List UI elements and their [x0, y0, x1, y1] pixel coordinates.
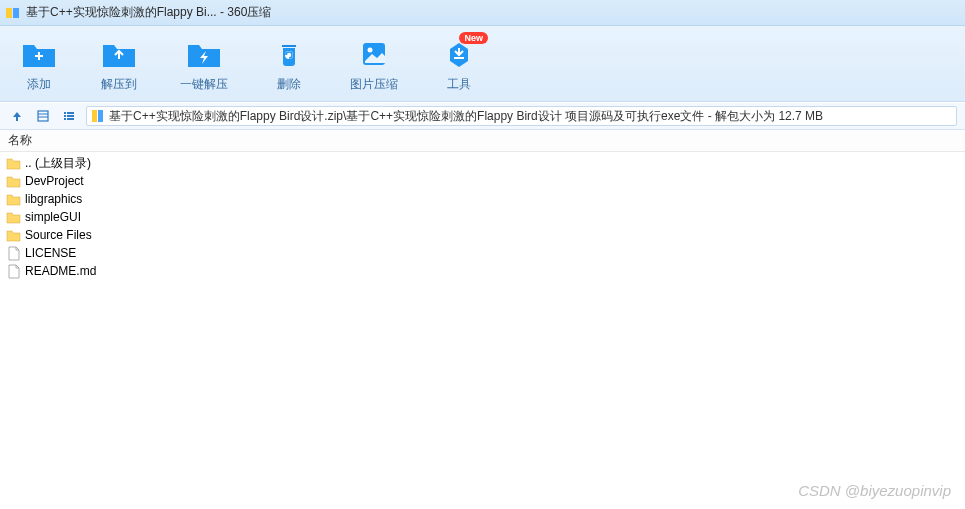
pathbar: 基于C++实现惊险刺激的Flappy Bird设计.zip\基于C++实现惊险刺… — [0, 102, 965, 130]
svg-rect-11 — [64, 112, 66, 114]
one-click-extract-icon — [186, 38, 222, 70]
extract-to-label: 解压到 — [101, 76, 137, 93]
one-click-extract-button[interactable]: 一键解压 — [180, 38, 228, 93]
add-button[interactable]: 添加 — [20, 38, 58, 93]
extract-to-icon — [101, 38, 137, 70]
tools-label: 工具 — [447, 76, 471, 93]
svg-rect-12 — [67, 112, 74, 114]
svg-rect-8 — [38, 111, 48, 121]
path-input[interactable]: 基于C++实现惊险刺激的Flappy Bird设计.zip\基于C++实现惊险刺… — [86, 106, 957, 126]
path-text: 基于C++实现惊险刺激的Flappy Bird设计.zip\基于C++实现惊险刺… — [109, 108, 823, 125]
svg-rect-17 — [92, 110, 97, 122]
list-item[interactable]: DevProject — [6, 172, 959, 190]
delete-button[interactable]: 删除 — [270, 38, 308, 93]
list-item[interactable]: simpleGUI — [6, 208, 959, 226]
list-item[interactable]: LICENSE — [6, 244, 959, 262]
list-item[interactable]: README.md — [6, 262, 959, 280]
file-name: libgraphics — [25, 192, 82, 206]
delete-label: 删除 — [277, 76, 301, 93]
add-folder-icon — [21, 38, 57, 70]
folder-icon — [6, 156, 21, 171]
new-badge: New — [459, 32, 488, 44]
window-title: 基于C++实现惊险刺激的Flappy Bi... - 360压缩 — [26, 4, 271, 21]
extract-to-button[interactable]: 解压到 — [100, 38, 138, 93]
list-item[interactable]: Source Files — [6, 226, 959, 244]
titlebar: 基于C++实现惊险刺激的Flappy Bi... - 360压缩 — [0, 0, 965, 26]
svg-rect-1 — [13, 8, 19, 18]
svg-rect-3 — [38, 52, 40, 60]
file-name: simpleGUI — [25, 210, 81, 224]
folder-icon — [6, 228, 21, 243]
folder-icon — [6, 210, 21, 225]
toolbar: 添加 解压到 一键解压 删除 图片压缩 New 工具 — [0, 26, 965, 102]
svg-rect-0 — [6, 8, 12, 18]
file-list: .. (上级目录) DevProject libgraphics simpleG… — [0, 152, 965, 282]
app-icon — [6, 6, 20, 20]
svg-rect-15 — [64, 118, 66, 120]
file-name: DevProject — [25, 174, 84, 188]
svg-rect-14 — [67, 115, 74, 117]
svg-rect-13 — [64, 115, 66, 117]
trash-icon — [271, 38, 307, 70]
watermark: CSDN @biyezuopinvip — [798, 482, 951, 499]
list-item[interactable]: libgraphics — [6, 190, 959, 208]
column-name: 名称 — [8, 132, 32, 149]
view-details-button[interactable] — [34, 107, 52, 125]
view-list-button[interactable] — [60, 107, 78, 125]
file-name: Source Files — [25, 228, 92, 242]
svg-point-6 — [368, 48, 373, 53]
up-arrow-button[interactable] — [8, 107, 26, 125]
folder-icon — [6, 174, 21, 189]
image-compress-label: 图片压缩 — [350, 76, 398, 93]
svg-rect-7 — [454, 57, 464, 59]
one-click-extract-label: 一键解压 — [180, 76, 228, 93]
image-compress-icon — [356, 38, 392, 70]
file-icon — [6, 264, 21, 279]
add-label: 添加 — [27, 76, 51, 93]
file-icon — [6, 246, 21, 261]
column-header[interactable]: 名称 — [0, 130, 965, 152]
list-item[interactable]: .. (上级目录) — [6, 154, 959, 172]
tools-button[interactable]: New 工具 — [440, 38, 478, 93]
file-name: LICENSE — [25, 246, 76, 260]
file-name: .. (上级目录) — [25, 155, 91, 172]
file-name: README.md — [25, 264, 96, 278]
svg-rect-18 — [98, 110, 103, 122]
folder-icon — [6, 192, 21, 207]
zip-file-icon — [91, 109, 105, 123]
svg-rect-16 — [67, 118, 74, 120]
image-compress-button[interactable]: 图片压缩 — [350, 38, 398, 93]
